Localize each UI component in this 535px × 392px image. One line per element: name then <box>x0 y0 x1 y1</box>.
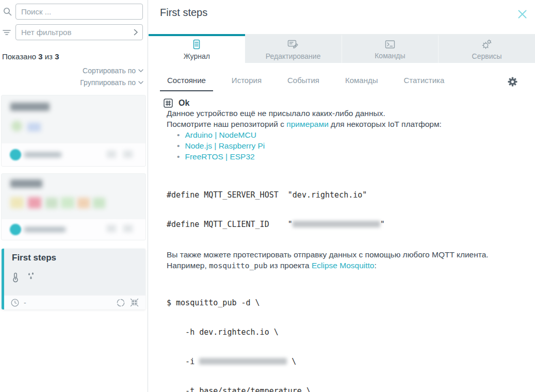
chevron-down-icon <box>138 69 143 73</box>
online-status-indicator <box>10 149 21 160</box>
blurred-action-icon <box>107 225 116 232</box>
blurred-sensor-icon <box>28 197 41 208</box>
thermometer-icon <box>12 272 19 283</box>
close-icon[interactable] <box>517 9 528 20</box>
device-card-title: First steps <box>12 253 56 263</box>
subtab-commands[interactable]: Команды <box>338 76 385 91</box>
services-gears-icon <box>481 39 492 50</box>
device-card-footer: - <box>4 295 145 309</box>
subtab-events[interactable]: События <box>280 76 327 91</box>
shown-count-label: Показано 3 из 3 <box>2 52 59 61</box>
sort-by-dropdown[interactable]: Сортировать по <box>83 67 143 75</box>
arduino-nodemcu-link[interactable]: Arduino | NodeMCU <box>185 130 256 139</box>
locate-target-icon[interactable] <box>116 298 125 307</box>
collapse-icon[interactable] <box>130 298 139 307</box>
clock-icon <box>11 299 19 307</box>
device-card-first-steps[interactable]: First steps - <box>2 249 145 309</box>
blurred-sensor-icon <box>45 198 58 208</box>
device-list-sidebar: Показано 3 из 3 Сортировать по Группиров… <box>0 0 148 392</box>
device-card-footer <box>2 143 145 166</box>
subtab-statistics[interactable]: Статистика <box>397 76 452 91</box>
test-send-text: Вы также можете протестировать отправку … <box>167 249 525 260</box>
rightech-device-window: Показано 3 из 3 Сортировать по Группиров… <box>0 0 535 392</box>
list-item: Arduino | NodeMCU <box>177 129 525 140</box>
blurred-sensor-icon <box>61 197 74 208</box>
blurred-action-icon <box>123 225 133 232</box>
gear-icon[interactable] <box>505 76 521 91</box>
tab-commands[interactable]: Команды <box>342 34 439 63</box>
main-tabbar: Журнал Редактирование Команды Сервисы <box>149 34 535 63</box>
chevron-down-icon <box>138 81 143 85</box>
blurred-device-title <box>10 179 42 188</box>
list-item: FreeRTOS | ESP32 <box>177 151 525 162</box>
inline-code: mosquitto_pub <box>209 262 268 270</box>
freertos-esp32-link[interactable]: FreeRTOS | ESP32 <box>185 152 254 161</box>
mosquitto-text: Например, mosquitto_pub из проекта Eclip… <box>167 260 525 271</box>
blurred-sensor-icon <box>27 123 41 132</box>
device-card-footer <box>2 219 145 240</box>
sub-tabbar: Состояние История События Команды Статис… <box>149 63 535 91</box>
examples-link[interactable]: примерами <box>286 120 329 128</box>
blurred-status-text <box>24 152 61 157</box>
last-packet-time: - <box>24 299 26 307</box>
repo-text: Посмотрите наш репозиторий с примерами д… <box>167 119 525 129</box>
tab-services[interactable]: Сервисы <box>438 34 535 63</box>
subtab-state[interactable]: Состояние <box>160 76 213 91</box>
edit-document-icon <box>287 39 299 50</box>
filter-selector <box>15 24 143 40</box>
tab-editing[interactable]: Редактирование <box>245 34 342 63</box>
blurred-sensor-icon <box>11 121 22 132</box>
blurred-status-text <box>24 227 66 232</box>
nodejs-raspberry-link[interactable]: Node.js | Raspberry Pi <box>185 141 265 150</box>
blurred-sensor-icon <box>93 198 105 208</box>
state-content: Данное устройство ещё не присылало каких… <box>149 108 535 392</box>
blurred-action-icon <box>107 151 116 158</box>
eclipse-mosquitto-link[interactable]: Eclipse Mosquitto <box>312 261 374 270</box>
hash-node-icon <box>164 99 173 108</box>
search-input[interactable] <box>15 4 143 20</box>
blurred-device-title <box>10 103 50 111</box>
online-status-indicator <box>10 224 21 235</box>
terminal-icon <box>385 40 395 49</box>
device-card[interactable] <box>2 174 145 240</box>
blurred-sensor-icon <box>10 197 24 208</box>
model-status-row: Ok <box>149 91 535 108</box>
no-data-text: Данное устройство ещё не присылало каких… <box>167 108 525 119</box>
panel-header: First steps <box>149 0 535 34</box>
blurred-client-id <box>293 221 380 227</box>
status-badge: Ok <box>179 99 189 108</box>
subtab-history[interactable]: История <box>224 76 269 91</box>
filter-input[interactable] <box>15 24 143 40</box>
platform-links-list: Arduino | NodeMCU Node.js | Raspberry Pi… <box>167 129 525 162</box>
list-item: Node.js | Raspberry Pi <box>177 140 525 151</box>
journal-icon <box>191 39 202 50</box>
filter-icon <box>3 29 11 36</box>
device-detail-panel: First steps Журнал Редактирование <box>149 0 535 392</box>
humidity-drops-icon <box>27 272 36 283</box>
mqtt-defines-code: #define MQTT_SERVER_HOST "dev.rightech.i… <box>167 171 525 249</box>
search-icon <box>3 7 12 16</box>
blurred-action-icon <box>123 151 133 158</box>
mosquitto-pub-code: $ mosquitto_pub -d \ -h dev.rightech.io … <box>167 279 525 392</box>
blurred-client-id <box>199 358 287 365</box>
panel-title: First steps <box>160 7 207 19</box>
blurred-sensor-icon <box>77 198 90 208</box>
device-card[interactable] <box>2 95 145 166</box>
group-by-dropdown[interactable]: Группировать по <box>80 78 143 87</box>
tab-journal[interactable]: Журнал <box>149 34 245 63</box>
